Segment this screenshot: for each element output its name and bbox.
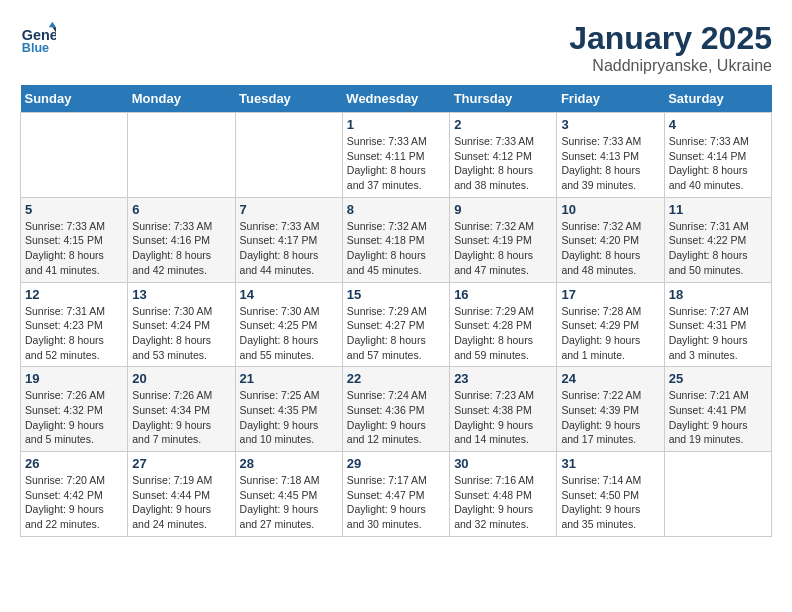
day-number: 22 <box>347 371 445 386</box>
calendar-cell: 22Sunrise: 7:24 AMSunset: 4:36 PMDayligh… <box>342 367 449 452</box>
calendar-cell: 3Sunrise: 7:33 AMSunset: 4:13 PMDaylight… <box>557 113 664 198</box>
day-info: Sunrise: 7:33 AMSunset: 4:14 PMDaylight:… <box>669 134 767 193</box>
day-info: Sunrise: 7:25 AMSunset: 4:35 PMDaylight:… <box>240 388 338 447</box>
day-info: Sunrise: 7:33 AMSunset: 4:15 PMDaylight:… <box>25 219 123 278</box>
calendar-cell: 9Sunrise: 7:32 AMSunset: 4:19 PMDaylight… <box>450 197 557 282</box>
calendar-cell: 15Sunrise: 7:29 AMSunset: 4:27 PMDayligh… <box>342 282 449 367</box>
day-number: 13 <box>132 287 230 302</box>
month-title: January 2025 <box>569 20 772 57</box>
day-info: Sunrise: 7:33 AMSunset: 4:13 PMDaylight:… <box>561 134 659 193</box>
calendar-cell: 17Sunrise: 7:28 AMSunset: 4:29 PMDayligh… <box>557 282 664 367</box>
calendar-cell <box>128 113 235 198</box>
day-info: Sunrise: 7:19 AMSunset: 4:44 PMDaylight:… <box>132 473 230 532</box>
day-number: 31 <box>561 456 659 471</box>
day-info: Sunrise: 7:16 AMSunset: 4:48 PMDaylight:… <box>454 473 552 532</box>
calendar-cell <box>21 113 128 198</box>
day-number: 6 <box>132 202 230 217</box>
day-number: 7 <box>240 202 338 217</box>
day-number: 27 <box>132 456 230 471</box>
calendar-week-row: 5Sunrise: 7:33 AMSunset: 4:15 PMDaylight… <box>21 197 772 282</box>
calendar-cell: 7Sunrise: 7:33 AMSunset: 4:17 PMDaylight… <box>235 197 342 282</box>
day-info: Sunrise: 7:30 AMSunset: 4:24 PMDaylight:… <box>132 304 230 363</box>
calendar-cell: 21Sunrise: 7:25 AMSunset: 4:35 PMDayligh… <box>235 367 342 452</box>
calendar-cell: 26Sunrise: 7:20 AMSunset: 4:42 PMDayligh… <box>21 452 128 537</box>
calendar-cell: 24Sunrise: 7:22 AMSunset: 4:39 PMDayligh… <box>557 367 664 452</box>
weekday-header-friday: Friday <box>557 85 664 113</box>
day-info: Sunrise: 7:29 AMSunset: 4:27 PMDaylight:… <box>347 304 445 363</box>
day-number: 29 <box>347 456 445 471</box>
day-info: Sunrise: 7:22 AMSunset: 4:39 PMDaylight:… <box>561 388 659 447</box>
calendar-week-row: 1Sunrise: 7:33 AMSunset: 4:11 PMDaylight… <box>21 113 772 198</box>
title-block: January 2025 Naddnipryanske, Ukraine <box>569 20 772 75</box>
day-number: 12 <box>25 287 123 302</box>
weekday-header-thursday: Thursday <box>450 85 557 113</box>
day-number: 14 <box>240 287 338 302</box>
calendar-cell: 30Sunrise: 7:16 AMSunset: 4:48 PMDayligh… <box>450 452 557 537</box>
day-info: Sunrise: 7:18 AMSunset: 4:45 PMDaylight:… <box>240 473 338 532</box>
day-number: 16 <box>454 287 552 302</box>
calendar-cell: 23Sunrise: 7:23 AMSunset: 4:38 PMDayligh… <box>450 367 557 452</box>
day-number: 26 <box>25 456 123 471</box>
calendar-cell: 6Sunrise: 7:33 AMSunset: 4:16 PMDaylight… <box>128 197 235 282</box>
calendar-table: SundayMondayTuesdayWednesdayThursdayFrid… <box>20 85 772 537</box>
weekday-header-row: SundayMondayTuesdayWednesdayThursdayFrid… <box>21 85 772 113</box>
svg-text:Blue: Blue <box>22 41 49 55</box>
calendar-cell: 19Sunrise: 7:26 AMSunset: 4:32 PMDayligh… <box>21 367 128 452</box>
svg-marker-2 <box>49 22 56 27</box>
day-info: Sunrise: 7:26 AMSunset: 4:34 PMDaylight:… <box>132 388 230 447</box>
day-number: 10 <box>561 202 659 217</box>
day-info: Sunrise: 7:17 AMSunset: 4:47 PMDaylight:… <box>347 473 445 532</box>
calendar-cell: 5Sunrise: 7:33 AMSunset: 4:15 PMDaylight… <box>21 197 128 282</box>
day-info: Sunrise: 7:32 AMSunset: 4:19 PMDaylight:… <box>454 219 552 278</box>
calendar-cell <box>235 113 342 198</box>
day-number: 5 <box>25 202 123 217</box>
day-info: Sunrise: 7:27 AMSunset: 4:31 PMDaylight:… <box>669 304 767 363</box>
logo-icon: General Blue <box>20 20 56 56</box>
day-number: 1 <box>347 117 445 132</box>
day-number: 24 <box>561 371 659 386</box>
day-number: 18 <box>669 287 767 302</box>
day-info: Sunrise: 7:14 AMSunset: 4:50 PMDaylight:… <box>561 473 659 532</box>
day-number: 21 <box>240 371 338 386</box>
day-info: Sunrise: 7:23 AMSunset: 4:38 PMDaylight:… <box>454 388 552 447</box>
calendar-cell: 29Sunrise: 7:17 AMSunset: 4:47 PMDayligh… <box>342 452 449 537</box>
calendar-cell: 13Sunrise: 7:30 AMSunset: 4:24 PMDayligh… <box>128 282 235 367</box>
calendar-cell <box>664 452 771 537</box>
day-info: Sunrise: 7:29 AMSunset: 4:28 PMDaylight:… <box>454 304 552 363</box>
calendar-cell: 25Sunrise: 7:21 AMSunset: 4:41 PMDayligh… <box>664 367 771 452</box>
day-info: Sunrise: 7:26 AMSunset: 4:32 PMDaylight:… <box>25 388 123 447</box>
day-number: 11 <box>669 202 767 217</box>
calendar-cell: 1Sunrise: 7:33 AMSunset: 4:11 PMDaylight… <box>342 113 449 198</box>
calendar-cell: 8Sunrise: 7:32 AMSunset: 4:18 PMDaylight… <box>342 197 449 282</box>
day-number: 25 <box>669 371 767 386</box>
day-info: Sunrise: 7:24 AMSunset: 4:36 PMDaylight:… <box>347 388 445 447</box>
calendar-cell: 11Sunrise: 7:31 AMSunset: 4:22 PMDayligh… <box>664 197 771 282</box>
day-number: 19 <box>25 371 123 386</box>
logo: General Blue <box>20 20 56 56</box>
day-info: Sunrise: 7:21 AMSunset: 4:41 PMDaylight:… <box>669 388 767 447</box>
calendar-cell: 18Sunrise: 7:27 AMSunset: 4:31 PMDayligh… <box>664 282 771 367</box>
svg-text:General: General <box>22 27 56 43</box>
calendar-week-row: 12Sunrise: 7:31 AMSunset: 4:23 PMDayligh… <box>21 282 772 367</box>
day-info: Sunrise: 7:33 AMSunset: 4:11 PMDaylight:… <box>347 134 445 193</box>
calendar-cell: 4Sunrise: 7:33 AMSunset: 4:14 PMDaylight… <box>664 113 771 198</box>
day-number: 30 <box>454 456 552 471</box>
day-info: Sunrise: 7:33 AMSunset: 4:16 PMDaylight:… <box>132 219 230 278</box>
calendar-cell: 14Sunrise: 7:30 AMSunset: 4:25 PMDayligh… <box>235 282 342 367</box>
day-info: Sunrise: 7:20 AMSunset: 4:42 PMDaylight:… <box>25 473 123 532</box>
day-number: 20 <box>132 371 230 386</box>
day-number: 23 <box>454 371 552 386</box>
weekday-header-sunday: Sunday <box>21 85 128 113</box>
weekday-header-saturday: Saturday <box>664 85 771 113</box>
calendar-cell: 12Sunrise: 7:31 AMSunset: 4:23 PMDayligh… <box>21 282 128 367</box>
day-number: 9 <box>454 202 552 217</box>
day-info: Sunrise: 7:32 AMSunset: 4:18 PMDaylight:… <box>347 219 445 278</box>
day-number: 17 <box>561 287 659 302</box>
calendar-cell: 16Sunrise: 7:29 AMSunset: 4:28 PMDayligh… <box>450 282 557 367</box>
day-info: Sunrise: 7:33 AMSunset: 4:12 PMDaylight:… <box>454 134 552 193</box>
calendar-week-row: 19Sunrise: 7:26 AMSunset: 4:32 PMDayligh… <box>21 367 772 452</box>
calendar-cell: 31Sunrise: 7:14 AMSunset: 4:50 PMDayligh… <box>557 452 664 537</box>
day-number: 4 <box>669 117 767 132</box>
weekday-header-wednesday: Wednesday <box>342 85 449 113</box>
calendar-cell: 28Sunrise: 7:18 AMSunset: 4:45 PMDayligh… <box>235 452 342 537</box>
